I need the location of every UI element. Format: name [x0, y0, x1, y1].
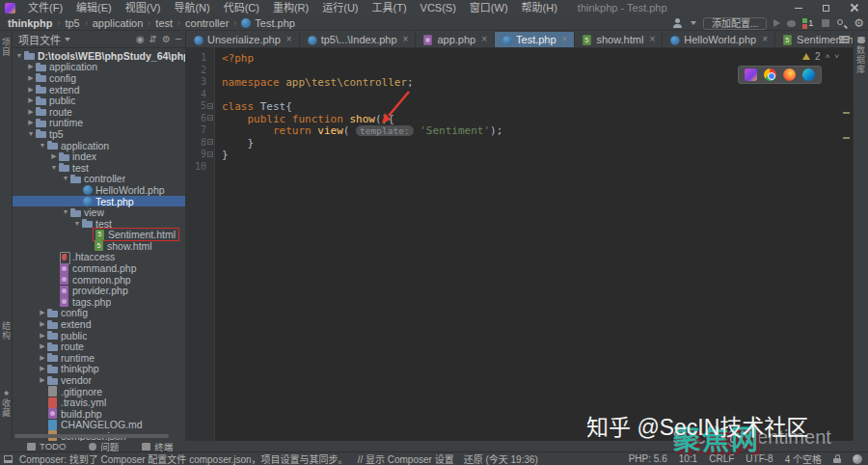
lock-icon[interactable] — [833, 454, 841, 463]
tree-closed-arrow-icon[interactable]: ▶ — [38, 342, 47, 351]
editor-tab[interactable]: Unserialize.php× — [186, 32, 300, 47]
tree-item-test[interactable]: ▼test — [13, 218, 185, 230]
status-segment[interactable]: 4 个空格 — [785, 451, 822, 465]
menu-item[interactable]: 窗口(W) — [463, 0, 515, 15]
code-line[interactable]: } — [222, 137, 853, 150]
tree-item-tags-php[interactable]: tags.php — [13, 296, 185, 308]
tree-item-public[interactable]: ▶public — [13, 95, 185, 106]
tab-close-icon[interactable]: × — [562, 35, 568, 44]
profile-caret-icon[interactable] — [691, 21, 696, 25]
toolwindow-project-button[interactable]: 项目 — [0, 38, 13, 57]
tab-close-icon[interactable]: × — [762, 35, 768, 44]
tree-item-thinkphp[interactable]: ▶thinkphp — [13, 364, 185, 375]
tree-item-runtime[interactable]: ▶runtime — [13, 118, 185, 129]
toolwindow-favorites-button[interactable]: ★收藏 — [0, 389, 13, 418]
editor-tab[interactable]: HelloWorld.php× — [663, 32, 775, 47]
tree-item-test-php[interactable]: Test.php — [13, 196, 185, 207]
menu-item[interactable]: 代码(C) — [217, 0, 266, 15]
error-stripe-mark[interactable] — [843, 112, 850, 114]
tab-close-icon[interactable]: × — [403, 35, 409, 44]
add-configuration-button[interactable]: 添加配置... — [703, 17, 767, 30]
menu-item[interactable]: 重构(R) — [266, 0, 315, 15]
tree-item-d-tools-web-phpstudy-64-phpstudy-pro-[interactable]: ▼D:\tools\WEB\phpStudy_64\phpstudy_pro\ — [13, 50, 185, 62]
tab-close-icon[interactable]: × — [286, 35, 292, 44]
panel-settings-gear-icon[interactable]: ⚙ — [162, 35, 171, 44]
hide-panel-icon[interactable]: ─ — [176, 35, 181, 44]
tree-item-common-php[interactable]: common.php — [13, 274, 185, 286]
menu-item[interactable]: 文件(F) — [21, 0, 69, 15]
menu-item[interactable]: 导航(N) — [167, 0, 216, 15]
breadcrumb-item[interactable]: tp5 — [65, 17, 79, 29]
tree-item-route[interactable]: ▶route — [13, 106, 185, 118]
chevron-down-icon[interactable] — [65, 38, 70, 41]
tree-horizontal-scrollbar[interactable] — [14, 434, 169, 438]
collapse-all-icon[interactable]: ⇵ — [149, 35, 157, 44]
fold-marker-icon[interactable]: − — [207, 103, 213, 109]
maximize-button[interactable] — [812, 0, 840, 15]
tree-open-arrow-icon[interactable]: ▼ — [38, 141, 47, 150]
code-editor[interactable]: 12345−6−78−9−10 <?phpnamespace app\test\… — [186, 48, 853, 441]
tree-item-controller[interactable]: ▼controller — [13, 174, 185, 185]
tree-open-arrow-icon[interactable]: ▼ — [61, 207, 70, 217]
editor-tab[interactable]: Test.php× — [495, 32, 575, 47]
tree-closed-arrow-icon[interactable]: ▶ — [38, 375, 47, 385]
tree-item-index[interactable]: ▶index — [13, 150, 185, 162]
code-line[interactable]: class Test{ — [222, 100, 853, 113]
tree-item-route[interactable]: ▶route — [13, 341, 185, 352]
fold-marker-icon[interactable]: − — [207, 151, 213, 157]
minimize-button[interactable] — [784, 0, 812, 15]
error-stripe-mark[interactable] — [843, 137, 850, 139]
tree-item--gitignore[interactable]: .gitignore — [13, 386, 185, 397]
code-line[interactable] — [222, 161, 853, 174]
tree-open-arrow-icon[interactable]: ▼ — [49, 163, 59, 173]
toolwindow-toggle-icon[interactable] — [4, 455, 13, 463]
tree-closed-arrow-icon[interactable]: ▶ — [38, 331, 47, 341]
code-line[interactable]: public function show(){ — [222, 113, 853, 125]
settings-gear-icon[interactable]: ⚙ — [854, 17, 864, 29]
menu-item[interactable]: 编辑(E) — [69, 0, 119, 15]
tree-item-test[interactable]: ▼test — [13, 162, 185, 174]
profile-icon[interactable] — [672, 17, 684, 29]
composer-settings-link[interactable]: // 显示 Composer 设置 — [358, 451, 454, 465]
services-badge[interactable]: 1 — [802, 18, 815, 29]
tree-closed-arrow-icon[interactable]: ▶ — [49, 151, 59, 161]
notification-icon[interactable] — [853, 454, 862, 464]
code-line[interactable]: return view( template: 'Sentiment'); — [222, 124, 853, 137]
tree-closed-arrow-icon[interactable]: ▶ — [38, 308, 47, 317]
tree-closed-arrow-icon[interactable]: ▶ — [26, 73, 36, 83]
tree-item-extend[interactable]: ▶extend — [13, 84, 185, 96]
menu-item[interactable]: 运行(U) — [315, 0, 365, 15]
breadcrumb-item[interactable]: application — [93, 17, 144, 29]
tree-item-runtime[interactable]: ▶runtime — [13, 352, 185, 364]
menu-item[interactable]: 视图(V) — [119, 0, 168, 15]
run-icon[interactable] — [773, 19, 780, 27]
code-line[interactable]: <?php — [222, 52, 853, 65]
project-view-selector[interactable]: 项目文件 — [18, 32, 61, 47]
status-segment[interactable]: PHP: 5.6 — [629, 453, 667, 464]
restore-link[interactable]: 还原 (今天 19:36) — [464, 451, 538, 465]
tree-open-arrow-icon[interactable]: ▼ — [26, 129, 36, 139]
debug-icon[interactable] — [787, 20, 796, 27]
code-line[interactable]: } — [222, 149, 853, 161]
tree-open-arrow-icon[interactable]: ▼ — [72, 219, 82, 229]
editor-code-area[interactable]: <?phpnamespace app\test\controller;class… — [215, 48, 853, 441]
tree-closed-arrow-icon[interactable]: ▶ — [26, 85, 36, 95]
fold-marker-icon[interactable]: − — [207, 115, 213, 121]
breadcrumb-item[interactable]: Test.php — [255, 17, 295, 29]
edge-icon[interactable] — [802, 68, 815, 81]
breadcrumb-item[interactable]: test — [155, 17, 173, 29]
menu-item[interactable]: 工具(T) — [366, 0, 414, 15]
tree-closed-arrow-icon[interactable]: ▶ — [38, 364, 47, 373]
tree-closed-arrow-icon[interactable]: ▶ — [26, 107, 36, 117]
tree-item-show-html[interactable]: show.html — [13, 240, 185, 252]
tree-item-config[interactable]: ▶config — [13, 72, 185, 84]
tree-open-arrow-icon[interactable]: ▼ — [61, 174, 70, 183]
tree-item-tp5[interactable]: ▼tp5 — [13, 128, 185, 140]
search-everywhere-icon[interactable] — [836, 18, 847, 29]
breadcrumb-item[interactable]: controller — [185, 17, 229, 29]
tab-close-icon[interactable]: × — [649, 35, 655, 44]
phpstorm-preview-icon[interactable] — [745, 68, 757, 81]
tree-closed-arrow-icon[interactable]: ▶ — [26, 96, 36, 105]
toolwindow-todo-button[interactable]: TODO — [27, 441, 66, 451]
tab-close-icon[interactable]: × — [481, 35, 487, 44]
